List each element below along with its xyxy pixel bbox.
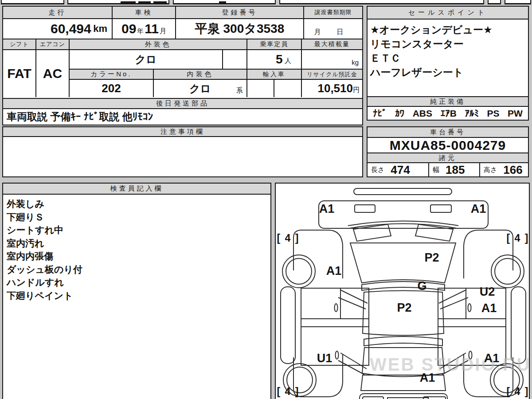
inspector-item: 下廻りＳ	[7, 211, 268, 224]
inspector-item: シートすれ中	[7, 223, 268, 237]
equipment-item: ｶﾜ	[395, 108, 404, 119]
diagram-mark: A1	[326, 264, 342, 278]
top-table: 走行 車検 登録番号 譲渡書類期限 60,494 km 09年11月 平泉 30…	[2, 6, 363, 39]
sales-points-list: ★オークションデビュー★リモコンスターターＥＴＣハーフレザーシート	[370, 23, 526, 94]
diagram-mark: [ 4 ]	[277, 386, 300, 398]
capacity-value: 5 人	[247, 50, 302, 70]
inspector-list: 外装しみ下廻りＳシートすれ中室内汚れ室内内張傷ダッシュ板のり付ハンドルすれ下廻り…	[7, 197, 268, 397]
diagram-mark: A1	[319, 202, 335, 216]
equipment-item: PS	[487, 108, 499, 119]
registration-header: 登録番号	[176, 7, 304, 19]
diagram-mark: A1	[481, 301, 497, 315]
notes-header: 注意事項欄	[3, 127, 362, 137]
inspector-item: 室内汚れ	[7, 237, 268, 250]
inspector-item: 下廻りペイント	[7, 289, 268, 302]
exterior-color-extra-cell	[223, 50, 247, 70]
equipment-list: ﾅﾋﾞｶﾜABSｴｱBｱﾙﾐPSPW	[368, 107, 528, 120]
equipment-item: ﾅﾋﾞ	[373, 108, 387, 119]
cutoff-cell	[67, 0, 169, 4]
cutoff-cell	[1, 0, 64, 4]
cutoff-cell	[488, 0, 501, 4]
diagram-mark: A1	[484, 352, 500, 365]
notes-body	[3, 137, 362, 176]
shift-header: シフト	[3, 39, 36, 50]
notes-box: 注意事項欄	[2, 126, 363, 177]
inspector-item: 外装しみ	[7, 197, 268, 211]
import-header: 輸入車	[247, 70, 302, 80]
import-cell-2	[274, 80, 302, 97]
equipment-item: ABS	[413, 108, 432, 119]
cutoff-row	[0, 0, 532, 4]
cutoff-cell	[279, 0, 484, 4]
exterior-color-value: クロ	[70, 50, 223, 70]
inspector-item: ハンドルすれ	[7, 276, 268, 289]
equipment-item: ｱﾙﾐ	[465, 108, 479, 119]
watermark: WEB STUDIO.RU	[370, 355, 531, 375]
registration-value: 平泉 300タ3538	[176, 19, 304, 39]
spec-table: シフト エアコン 外装色 乗車定員 最大積載量 FAT AC クロ 5 人 kg…	[2, 39, 363, 99]
diagram-mark: P2	[397, 301, 411, 315]
inspector-item: ダッシュ板のり付	[7, 263, 268, 276]
diagram-mark: [ 4 ]	[507, 232, 529, 244]
sales-point-item: ハーフレザーシート	[370, 65, 526, 79]
inspector-item: 室内内張傷	[7, 250, 268, 263]
interior-color-suffix: 系	[236, 86, 243, 95]
payload-header: 最大積載量	[302, 39, 362, 50]
capacity-header: 乗車定員	[247, 39, 302, 50]
sales-points-header: セールスポイント	[368, 7, 528, 20]
sales-point-item: リモコンスターター	[370, 37, 526, 51]
payload-value: kg	[302, 50, 362, 70]
width-cell: 幅185	[429, 163, 480, 176]
aircon-value: AC	[36, 50, 70, 97]
length-cell: 長さ474	[368, 163, 429, 176]
color-no-header: カラーNo.	[70, 70, 154, 80]
diagram-mark: U1	[317, 352, 332, 365]
aircon-header: エアコン	[36, 39, 70, 50]
diagram-box: WEB STUDIO.RU A1A1[ 4 ][ 4 ]P2A1GU2P2A1U…	[275, 183, 530, 399]
shift-value: FAT	[3, 50, 36, 97]
interior-color-header: 内装色	[154, 70, 247, 80]
later-parts-header: 後日発送部品	[3, 99, 362, 109]
color-no-value: 202	[70, 80, 154, 97]
diagram-mark: [ 4 ]	[277, 232, 300, 244]
equipment-item: PW	[508, 108, 523, 119]
dimensions-header: 諸元	[368, 153, 528, 163]
interior-color-value: クロ 系	[154, 80, 247, 97]
equipment-item: ｴｱB	[441, 108, 457, 119]
shaken-value: 09年11月	[113, 19, 176, 39]
equipment-box: 純正装備 ﾅﾋﾞｶﾜABSｴｱBｱﾙﾐPSPW	[367, 96, 529, 121]
recycle-header: リサイクル預託金	[302, 70, 362, 80]
later-parts-value: 車両取説 予備ｷｰ ﾅﾋﾞ取説 他ﾘﾓｺﾝ	[3, 109, 362, 125]
sales-point-item: ★オークションデビュー★	[370, 23, 526, 37]
transfer-value: 月日	[304, 19, 362, 39]
chassis-header: 車台番号	[368, 127, 528, 138]
recycle-value: 10,510円	[302, 80, 362, 97]
chassis-box: 車台番号 MXUA85-0004279 諸元 長さ474 幅185 高さ166	[367, 126, 529, 177]
cutoff-cell	[173, 0, 276, 4]
mileage-value: 60,494 km	[3, 19, 113, 39]
diagram-mark: U2	[480, 285, 495, 299]
cutoff-cell	[505, 0, 531, 4]
diagram-mark: [ 4 ]	[507, 386, 529, 398]
diagram-mark: G	[417, 279, 426, 293]
import-cell-1	[247, 80, 274, 97]
transfer-header: 譲渡書類期限	[304, 7, 362, 19]
sales-point-item: ＥＴＣ	[370, 51, 526, 65]
exterior-color-header: 外装色	[70, 39, 247, 50]
mileage-header: 走行	[3, 7, 113, 19]
inspector-header: 検査員記入欄	[3, 184, 270, 195]
sales-points-box: セールスポイント ★オークションデビュー★リモコンスターターＥＴＣハーフレザーシ…	[367, 6, 529, 97]
height-cell: 高さ166	[480, 163, 528, 176]
diagram-mark: A1	[420, 371, 435, 385]
shaken-header: 車検	[113, 7, 176, 19]
later-parts-table: 後日発送部品 車両取説 予備ｷｰ ﾅﾋﾞ取説 他ﾘﾓｺﾝ	[2, 98, 363, 125]
diagram-mark: P2	[424, 251, 439, 265]
equipment-header: 純正装備	[368, 97, 528, 107]
auction-sheet: 走行 車検 登録番号 譲渡書類期限 60,494 km 09年11月 平泉 30…	[0, 0, 532, 399]
chassis-value: MXUA85-0004279	[368, 138, 528, 153]
diagram-mark: A1	[471, 202, 486, 216]
inspector-box: 検査員記入欄 外装しみ下廻りＳシートすれ中室内汚れ室内内張傷ダッシュ板のり付ハン…	[2, 183, 271, 399]
